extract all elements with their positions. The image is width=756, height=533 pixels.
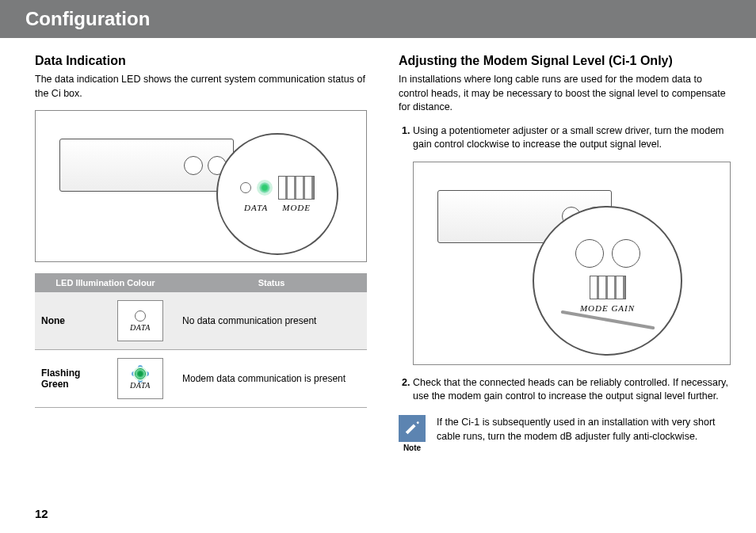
note-block: Note If the Ci-1 is subsequently used in…: [399, 415, 731, 452]
table-row: None DATA No data communication present: [35, 292, 367, 350]
status-text: Modem data communication is present: [176, 350, 367, 408]
adjustment-steps: Using a potentiometer adjuster or a smal…: [399, 124, 731, 404]
adjusting-signal-intro: In installations where long cable runs a…: [399, 73, 731, 115]
right-column: Adjusting the Modem Signal Level (Ci-1 O…: [399, 54, 731, 452]
led-status-table: LED Illumination Colour Status None DATA…: [35, 273, 367, 408]
table-row: Flashing Green DATA Modem data communica…: [35, 350, 367, 408]
modem-gain-figure: MODE GAIN: [413, 162, 731, 365]
dip-switch-icon: [278, 176, 315, 200]
left-column: Data Indication The data indication LED …: [35, 54, 367, 452]
led-off-icon: [135, 310, 146, 322]
note-label: Note: [399, 444, 426, 452]
led-colour-label: Flashing Green: [35, 350, 105, 408]
step-2-text: Check that the connected heads can be re…: [413, 377, 728, 402]
led-green-icon: [135, 368, 146, 379]
dip-switch-icon: [590, 276, 626, 299]
header-bar: Configuration: [0, 0, 756, 38]
mode-label: MODE: [282, 203, 311, 212]
data-indication-figure: DATA MODE: [35, 110, 367, 262]
led-colour-label: None: [35, 292, 105, 350]
table-header-colour: LED Illumination Colour: [35, 273, 176, 292]
head-connector-icon: [612, 239, 640, 268]
led-state-icon-flashing-green: DATA: [117, 358, 163, 399]
page-number: 12: [35, 507, 48, 520]
content-area: Data Indication The data indication LED …: [0, 38, 756, 460]
step-1-text: Using a potentiometer adjuster or a smal…: [413, 125, 724, 150]
data-label: DATA: [244, 203, 268, 212]
data-indication-intro: The data indication LED shows the curren…: [35, 73, 367, 101]
note-text: If the Ci-1 is subsequently used in an i…: [437, 415, 731, 444]
data-led-icon: [259, 182, 270, 193]
led-data-text: DATA: [130, 381, 151, 390]
status-text: No data communication present: [176, 292, 367, 350]
page-title: Configuration: [25, 8, 731, 30]
note-pencil-icon: [399, 415, 426, 442]
mode-gain-label: MODE GAIN: [580, 303, 635, 314]
note-icon-column: Note: [399, 415, 426, 452]
power-led-icon: [240, 182, 251, 193]
head-connector-icon: [575, 239, 604, 268]
connector-port-icon: [184, 156, 203, 175]
magnified-detail: MODE GAIN: [533, 206, 682, 356]
table-header-status: Status: [176, 273, 367, 292]
step-1: Using a potentiometer adjuster or a smal…: [413, 124, 731, 365]
adjusting-signal-heading: Adjusting the Modem Signal Level (Ci-1 O…: [399, 54, 731, 68]
led-state-icon-none: DATA: [117, 300, 163, 341]
step-2: Check that the connected heads can be re…: [413, 376, 731, 404]
data-indication-heading: Data Indication: [35, 54, 367, 68]
device-illustration: [59, 139, 234, 192]
led-data-text: DATA: [130, 323, 151, 332]
magnified-detail: DATA MODE: [216, 133, 338, 255]
